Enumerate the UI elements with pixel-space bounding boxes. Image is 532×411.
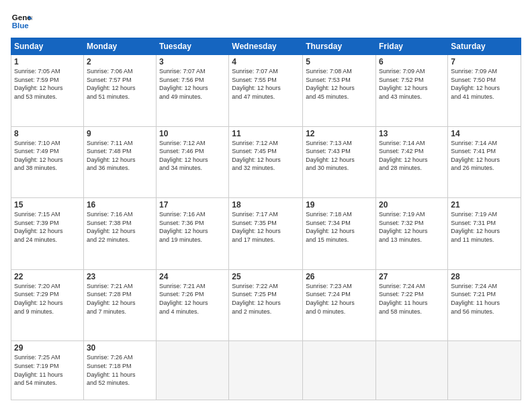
day-info: Sunrise: 7:20 AMSunset: 7:29 PMDaylight:… — [14, 282, 81, 316]
weekday-header-saturday: Saturday — [448, 38, 521, 55]
day-number: 18 — [232, 200, 300, 210]
weekday-header-wednesday: Wednesday — [229, 38, 303, 55]
calendar-cell — [229, 341, 303, 400]
day-info: Sunrise: 7:23 AMSunset: 7:24 PMDaylight:… — [306, 282, 373, 316]
calendar-cell: 5Sunrise: 7:08 AMSunset: 7:53 PMDaylight… — [303, 55, 376, 127]
day-number: 2 — [87, 57, 153, 66]
weekday-header-friday: Friday — [376, 38, 448, 55]
weekday-header-tuesday: Tuesday — [157, 38, 229, 55]
header: General Blue — [11, 11, 521, 32]
day-info: Sunrise: 7:19 AMSunset: 7:31 PMDaylight:… — [451, 210, 518, 244]
calendar-cell: 26Sunrise: 7:23 AMSunset: 7:24 PMDayligh… — [303, 269, 376, 341]
day-info: Sunrise: 7:07 AMSunset: 7:56 PMDaylight:… — [159, 67, 226, 101]
calendar-cell: 19Sunrise: 7:18 AMSunset: 7:34 PMDayligh… — [303, 198, 376, 270]
day-info: Sunrise: 7:26 AMSunset: 7:18 PMDaylight:… — [87, 353, 153, 387]
calendar-cell: 24Sunrise: 7:21 AMSunset: 7:26 PMDayligh… — [157, 269, 229, 341]
day-info: Sunrise: 7:10 AMSunset: 7:49 PMDaylight:… — [14, 139, 81, 173]
calendar-cell: 15Sunrise: 7:15 AMSunset: 7:39 PMDayligh… — [11, 198, 84, 270]
calendar-cell: 7Sunrise: 7:09 AMSunset: 7:50 PMDaylight… — [448, 55, 521, 127]
day-info: Sunrise: 7:08 AMSunset: 7:53 PMDaylight:… — [306, 67, 373, 101]
svg-text:Blue: Blue — [12, 21, 30, 30]
day-info: Sunrise: 7:24 AMSunset: 7:22 PMDaylight:… — [379, 282, 445, 316]
calendar-cell: 17Sunrise: 7:16 AMSunset: 7:36 PMDayligh… — [157, 198, 229, 270]
calendar-cell: 29Sunrise: 7:25 AMSunset: 7:19 PMDayligh… — [11, 341, 84, 400]
day-number: 13 — [379, 129, 445, 138]
day-number: 7 — [451, 57, 518, 66]
day-info: Sunrise: 7:17 AMSunset: 7:35 PMDaylight:… — [232, 210, 300, 244]
day-number: 20 — [379, 200, 445, 210]
calendar-cell — [376, 341, 448, 400]
day-info: Sunrise: 7:12 AMSunset: 7:46 PMDaylight:… — [159, 139, 226, 173]
day-info: Sunrise: 7:14 AMSunset: 7:42 PMDaylight:… — [379, 139, 445, 173]
day-info: Sunrise: 7:14 AMSunset: 7:41 PMDaylight:… — [451, 139, 518, 173]
day-info: Sunrise: 7:18 AMSunset: 7:34 PMDaylight:… — [306, 210, 373, 244]
day-number: 27 — [379, 272, 445, 281]
weekday-header-monday: Monday — [83, 38, 156, 55]
day-number: 28 — [451, 272, 518, 281]
day-info: Sunrise: 7:21 AMSunset: 7:26 PMDaylight:… — [159, 282, 226, 316]
day-info: Sunrise: 7:16 AMSunset: 7:36 PMDaylight:… — [159, 210, 226, 244]
calendar: SundayMondayTuesdayWednesdayThursdayFrid… — [11, 38, 521, 400]
calendar-cell: 11Sunrise: 7:12 AMSunset: 7:45 PMDayligh… — [229, 126, 303, 198]
calendar-cell: 2Sunrise: 7:06 AMSunset: 7:57 PMDaylight… — [83, 55, 156, 127]
day-number: 9 — [87, 129, 153, 138]
calendar-cell: 21Sunrise: 7:19 AMSunset: 7:31 PMDayligh… — [448, 198, 521, 270]
day-number: 22 — [14, 272, 81, 281]
day-number: 19 — [306, 200, 373, 210]
day-number: 4 — [232, 57, 300, 66]
day-number: 15 — [14, 200, 81, 210]
day-info: Sunrise: 7:05 AMSunset: 7:59 PMDaylight:… — [14, 67, 81, 101]
day-number: 24 — [159, 272, 226, 281]
day-number: 30 — [87, 343, 153, 353]
day-info: Sunrise: 7:06 AMSunset: 7:57 PMDaylight:… — [87, 67, 153, 101]
calendar-cell: 16Sunrise: 7:16 AMSunset: 7:38 PMDayligh… — [83, 198, 156, 270]
day-info: Sunrise: 7:07 AMSunset: 7:55 PMDaylight:… — [232, 67, 300, 101]
day-info: Sunrise: 7:13 AMSunset: 7:43 PMDaylight:… — [306, 139, 373, 173]
logo: General Blue — [11, 11, 32, 32]
calendar-cell: 14Sunrise: 7:14 AMSunset: 7:41 PMDayligh… — [448, 126, 521, 198]
day-number: 14 — [451, 129, 518, 138]
calendar-cell — [157, 341, 229, 400]
weekday-header-sunday: Sunday — [11, 38, 84, 55]
day-info: Sunrise: 7:22 AMSunset: 7:25 PMDaylight:… — [232, 282, 300, 316]
calendar-cell: 18Sunrise: 7:17 AMSunset: 7:35 PMDayligh… — [229, 198, 303, 270]
day-info: Sunrise: 7:16 AMSunset: 7:38 PMDaylight:… — [87, 210, 153, 244]
day-number: 21 — [451, 200, 518, 210]
day-number: 1 — [14, 57, 81, 66]
day-number: 12 — [306, 129, 373, 138]
day-info: Sunrise: 7:21 AMSunset: 7:28 PMDaylight:… — [87, 282, 153, 316]
calendar-cell — [303, 341, 376, 400]
calendar-cell: 30Sunrise: 7:26 AMSunset: 7:18 PMDayligh… — [83, 341, 156, 400]
day-number: 11 — [232, 129, 300, 138]
day-info: Sunrise: 7:11 AMSunset: 7:48 PMDaylight:… — [87, 139, 153, 173]
day-number: 16 — [87, 200, 153, 210]
day-number: 6 — [379, 57, 445, 66]
day-number: 25 — [232, 272, 300, 281]
calendar-cell: 12Sunrise: 7:13 AMSunset: 7:43 PMDayligh… — [303, 126, 376, 198]
calendar-cell: 22Sunrise: 7:20 AMSunset: 7:29 PMDayligh… — [11, 269, 84, 341]
calendar-cell: 13Sunrise: 7:14 AMSunset: 7:42 PMDayligh… — [376, 126, 448, 198]
day-number: 8 — [14, 129, 81, 138]
calendar-cell: 10Sunrise: 7:12 AMSunset: 7:46 PMDayligh… — [157, 126, 229, 198]
calendar-cell: 6Sunrise: 7:09 AMSunset: 7:52 PMDaylight… — [376, 55, 448, 127]
day-number: 29 — [14, 343, 81, 353]
calendar-cell: 20Sunrise: 7:19 AMSunset: 7:32 PMDayligh… — [376, 198, 448, 270]
calendar-cell: 28Sunrise: 7:24 AMSunset: 7:21 PMDayligh… — [448, 269, 521, 341]
day-info: Sunrise: 7:09 AMSunset: 7:50 PMDaylight:… — [451, 67, 518, 101]
calendar-cell: 25Sunrise: 7:22 AMSunset: 7:25 PMDayligh… — [229, 269, 303, 341]
day-number: 26 — [306, 272, 373, 281]
day-info: Sunrise: 7:24 AMSunset: 7:21 PMDaylight:… — [451, 282, 518, 316]
weekday-header-thursday: Thursday — [303, 38, 376, 55]
day-info: Sunrise: 7:15 AMSunset: 7:39 PMDaylight:… — [14, 210, 81, 244]
day-number: 17 — [159, 200, 226, 210]
calendar-cell: 8Sunrise: 7:10 AMSunset: 7:49 PMDaylight… — [11, 126, 84, 198]
day-number: 23 — [87, 272, 153, 281]
day-number: 5 — [306, 57, 373, 66]
calendar-cell: 4Sunrise: 7:07 AMSunset: 7:55 PMDaylight… — [229, 55, 303, 127]
day-info: Sunrise: 7:09 AMSunset: 7:52 PMDaylight:… — [379, 67, 445, 101]
calendar-cell: 9Sunrise: 7:11 AMSunset: 7:48 PMDaylight… — [83, 126, 156, 198]
day-number: 10 — [159, 129, 226, 138]
calendar-cell: 3Sunrise: 7:07 AMSunset: 7:56 PMDaylight… — [157, 55, 229, 127]
day-info: Sunrise: 7:19 AMSunset: 7:32 PMDaylight:… — [379, 210, 445, 244]
calendar-cell: 27Sunrise: 7:24 AMSunset: 7:22 PMDayligh… — [376, 269, 448, 341]
